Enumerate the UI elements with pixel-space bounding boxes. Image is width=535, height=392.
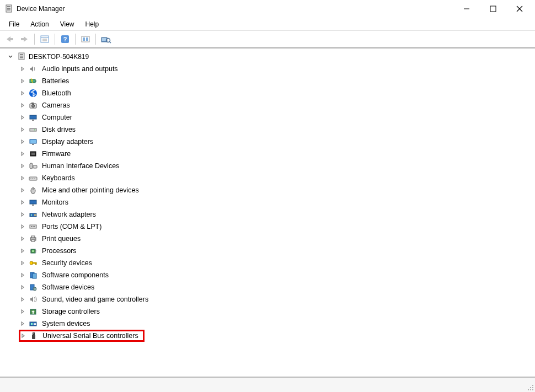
toolbar-separator — [95, 34, 96, 45]
svg-rect-18 — [86, 37, 88, 41]
tree-node-label[interactable]: Disk drives — [41, 125, 77, 134]
svg-rect-44 — [29, 177, 37, 180]
tree-node-label[interactable]: Software components — [41, 271, 110, 280]
expand-icon[interactable] — [20, 78, 28, 84]
tree-node-label[interactable]: Print queues — [41, 234, 82, 243]
menu-help[interactable]: Help — [80, 19, 105, 30]
expand-icon[interactable] — [20, 284, 28, 290]
tree-node-label[interactable]: Universal Serial Bus controllers — [41, 331, 140, 340]
tree-node[interactable]: Processors — [3, 245, 535, 257]
tree-node-label[interactable]: Software devices — [41, 283, 95, 292]
tree-root[interactable]: DESKTOP-504K819 — [3, 51, 535, 63]
expand-icon[interactable] — [20, 224, 28, 229]
tree-node-label[interactable]: Monitors — [41, 198, 69, 207]
expand-icon[interactable] — [20, 248, 28, 254]
minimize-button[interactable] — [459, 1, 474, 17]
root-label[interactable]: DESKTOP-504K819 — [29, 53, 89, 61]
tree-node[interactable]: Display adapters — [3, 136, 535, 148]
tree-node[interactable]: Sound, video and game controllers — [3, 293, 535, 305]
properties-button[interactable] — [38, 33, 51, 46]
highlight-box: Universal Serial Bus controllers — [19, 330, 145, 342]
svg-rect-53 — [31, 214, 32, 216]
show-hidden-button[interactable] — [79, 33, 92, 46]
usb-icon — [28, 331, 39, 341]
tree-node-label[interactable]: System devices — [41, 319, 92, 328]
back-button[interactable] — [3, 33, 17, 46]
tree-node-label[interactable]: Computer — [41, 113, 73, 122]
tree-node[interactable]: Software components — [3, 269, 535, 281]
tree-node[interactable]: Ports (COM & LPT) — [3, 221, 535, 233]
tree-node-label[interactable]: Batteries — [41, 77, 70, 85]
tree-node-label[interactable]: Bluetooth — [41, 89, 72, 98]
expand-icon[interactable] — [20, 260, 28, 266]
tree-node-label[interactable]: Cameras — [41, 101, 71, 110]
computer-icon — [17, 52, 26, 61]
tree-node-label[interactable]: Audio inputs and outputs — [41, 65, 119, 73]
tree-node[interactable]: Monitors — [3, 196, 535, 208]
expand-icon[interactable] — [20, 236, 28, 241]
tree-node[interactable]: Network adapters — [3, 208, 535, 221]
menu-view[interactable]: View — [55, 19, 80, 30]
tree-node-label[interactable]: Security devices — [41, 259, 93, 267]
tree-node-label[interactable]: Human Interface Devices — [41, 162, 120, 170]
tree-node[interactable]: Universal Serial Bus controllers — [3, 330, 535, 342]
expand-icon[interactable] — [20, 151, 28, 157]
expand-icon[interactable] — [20, 272, 28, 278]
expand-icon[interactable] — [20, 200, 28, 205]
expand-icon[interactable] — [20, 90, 28, 96]
svg-rect-28 — [35, 80, 36, 82]
tree-node-label[interactable]: Firmware — [41, 149, 72, 158]
tree-node[interactable]: Disk drives — [3, 123, 535, 136]
tree-node[interactable]: Software devices — [3, 281, 535, 293]
scan-button[interactable] — [99, 33, 113, 46]
svg-rect-42 — [30, 163, 33, 169]
forward-button[interactable] — [18, 33, 31, 46]
svg-point-88 — [532, 389, 533, 390]
resize-grip[interactable] — [525, 378, 535, 392]
tree-node-label[interactable]: Network adapters — [41, 210, 97, 219]
tree-node-label[interactable]: Sound, video and game controllers — [41, 295, 149, 304]
tree-node[interactable]: Bluetooth — [3, 87, 535, 99]
expand-icon[interactable] — [20, 309, 28, 314]
expand-icon[interactable] — [20, 139, 28, 144]
svg-rect-61 — [31, 240, 35, 241]
menu-action[interactable]: Action — [25, 19, 54, 30]
tree-node[interactable]: Security devices — [3, 257, 535, 269]
device-tree[interactable]: DESKTOP-504K819 Audio inputs and outputs… — [0, 47, 535, 378]
expand-icon[interactable] — [20, 175, 28, 181]
expand-icon[interactable] — [20, 103, 28, 108]
tree-node[interactable]: Firmware — [3, 148, 535, 160]
tree-node[interactable]: Audio inputs and outputs — [3, 63, 535, 75]
tree-node-label[interactable]: Processors — [41, 246, 78, 255]
tree-node[interactable]: Keyboards — [3, 172, 535, 184]
expand-icon[interactable] — [20, 212, 28, 217]
tree-node[interactable]: Batteries — [3, 75, 535, 87]
menu-file[interactable]: File — [3, 19, 25, 30]
tree-node[interactable]: Human Interface Devices — [3, 160, 535, 172]
window-title: Device Manager — [17, 5, 65, 13]
expand-icon[interactable] — [20, 127, 28, 132]
tree-node[interactable]: System devices — [3, 318, 535, 330]
expand-icon[interactable] — [20, 115, 28, 120]
tree-node[interactable]: Mice and other pointing devices — [3, 184, 535, 196]
expand-icon[interactable] — [20, 321, 28, 326]
close-button[interactable] — [512, 1, 527, 17]
tree-node-label[interactable]: Ports (COM & LPT) — [41, 222, 103, 231]
help-button[interactable]: ? — [58, 33, 72, 46]
tree-node[interactable]: Cameras — [3, 99, 535, 111]
expand-icon[interactable] — [20, 187, 28, 193]
tree-node[interactable]: Print queues — [3, 233, 535, 245]
tree-node-label[interactable]: Display adapters — [41, 137, 94, 146]
expand-icon[interactable] — [20, 297, 28, 302]
tree-node-label[interactable]: Storage controllers — [41, 307, 101, 316]
port-icon — [28, 222, 39, 232]
expand-icon[interactable] — [20, 66, 28, 72]
collapse-icon[interactable] — [8, 54, 14, 60]
tree-node-label[interactable]: Mice and other pointing devices — [41, 186, 140, 195]
tree-node[interactable]: Computer — [3, 111, 535, 123]
tree-node[interactable]: Storage controllers — [3, 305, 535, 318]
expand-icon[interactable] — [20, 163, 28, 169]
maximize-button[interactable] — [485, 1, 501, 17]
tree-node-label[interactable]: Keyboards — [41, 174, 76, 182]
expand-icon[interactable] — [20, 333, 28, 339]
